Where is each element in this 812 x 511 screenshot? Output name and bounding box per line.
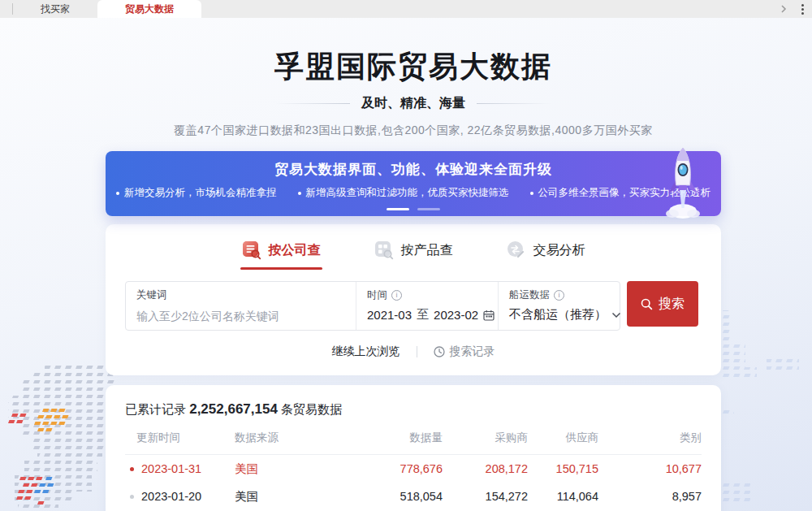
table-row[interactable]: 2023-01-20 美国 518,054 154,272 114,064 8,… xyxy=(125,483,702,510)
col-header-volume: 数据量 xyxy=(332,431,443,445)
time-range-field[interactable]: 时间 i 2021-03 至 2023-02 xyxy=(356,282,498,330)
bullet-dot-icon xyxy=(530,192,533,195)
page-background: 孚盟国际贸易大数据 及时、精准、海量 覆盖47个国家进口数据和23国出口数据,包… xyxy=(0,18,812,511)
browser-tab-bar: 找买家 贸易大数据 xyxy=(0,0,812,18)
chevron-down-icon[interactable] xyxy=(611,312,621,318)
col-header-suppliers: 供应商 xyxy=(528,431,598,445)
tab-search-by-product[interactable]: 按产品查 xyxy=(373,237,455,270)
col-header-update-time: 更新时间 xyxy=(125,431,235,445)
analysis-icon xyxy=(507,240,526,260)
banner-bullet: 新增高级查询和过滤功能，优质买家快捷筛选 xyxy=(298,186,509,200)
total-records-summary: 已累计记录 2,252,667,154 条贸易数据 xyxy=(125,401,702,418)
tab-trade-analysis[interactable]: 交易分析 xyxy=(505,237,587,270)
calendar-icon[interactable] xyxy=(483,310,495,321)
col-header-data-source: 数据来源 xyxy=(235,431,332,445)
table-header-row: 更新时间 数据来源 数据量 采购商 供应商 类别 xyxy=(125,431,702,455)
shipping-data-select[interactable]: 船运数据 i 不含船运（推荐） xyxy=(498,282,620,330)
search-history-link[interactable]: 搜索记录 xyxy=(434,344,495,359)
shipping-label: 船运数据 xyxy=(509,288,550,302)
chevron-right-icon[interactable] xyxy=(780,4,787,14)
product-search-icon xyxy=(374,240,394,260)
more-menu-icon[interactable] xyxy=(800,2,806,16)
time-to[interactable]: 2023-02 xyxy=(434,308,478,322)
keyword-input[interactable] xyxy=(136,310,345,323)
search-form: 关键词 时间 i 2021-03 至 2023-02 xyxy=(125,281,702,331)
tab-label: 交易分析 xyxy=(533,242,585,259)
banner-title: 贸易大数据界面、功能、体验迎来全面升级 xyxy=(106,151,721,179)
carousel-indicator-2[interactable] xyxy=(417,208,440,210)
upgrade-banner[interactable]: 贸易大数据界面、功能、体验迎来全面升级 新增交易分析，市场机会精准拿捏 新增高级… xyxy=(106,151,721,216)
subtitle-line-right xyxy=(477,103,551,104)
active-tab-underline xyxy=(240,267,322,270)
keyword-field[interactable]: 关键词 xyxy=(126,282,356,330)
banner-bullet: 新增交易分析，市场机会精准拿捏 xyxy=(116,186,277,200)
bullet-dot-icon xyxy=(116,192,119,195)
carousel-indicator-1[interactable] xyxy=(387,208,409,210)
tab-find-buyers[interactable]: 找买家 xyxy=(13,0,97,18)
tab-trade-big-data[interactable]: 贸易大数据 xyxy=(97,0,201,18)
time-label: 时间 xyxy=(367,288,387,302)
row-bullet-icon xyxy=(130,467,134,471)
trade-data-stats-panel: 已累计记录 2,252,667,154 条贸易数据 更新时间 数据来源 数据量 … xyxy=(106,385,721,511)
total-records-count: 2,252,667,154 xyxy=(189,401,278,417)
keyword-label: 关键词 xyxy=(136,288,345,302)
rocket-illustration xyxy=(659,143,706,221)
page-subtitle: 及时、精准、海量 xyxy=(361,95,465,112)
company-search-icon xyxy=(242,240,261,260)
info-icon[interactable]: i xyxy=(391,290,402,301)
time-from[interactable]: 2021-03 xyxy=(367,308,412,322)
world-map-dots-right xyxy=(721,262,812,505)
search-panel: 按公司查 xyxy=(106,224,721,375)
row-bullet-icon xyxy=(130,495,134,499)
table-row[interactable]: 2023-01-31 美国 778,676 208,172 150,715 10… xyxy=(125,455,702,483)
tab-label: 按公司查 xyxy=(269,242,321,259)
col-header-categories: 类别 xyxy=(598,431,702,445)
data-source-table: 更新时间 数据来源 数据量 采购商 供应商 类别 2023-01-31 美国 7… xyxy=(125,431,702,511)
time-separator: 至 xyxy=(417,307,429,323)
bullet-dot-icon xyxy=(298,192,301,195)
coverage-description: 覆盖47个国家进口数据和23国出口数据,包含200个国家, 22亿条贸易数据,4… xyxy=(106,123,721,138)
hero-section: 孚盟国际贸易大数据 及时、精准、海量 覆盖47个国家进口数据和23国出口数据,包… xyxy=(106,18,721,138)
page-title: 孚盟国际贸易大数据 xyxy=(106,47,721,87)
info-icon[interactable]: i xyxy=(554,290,564,301)
tab-label: 按产品查 xyxy=(401,242,453,259)
search-button-label: 搜索 xyxy=(659,296,685,313)
clock-icon xyxy=(434,346,445,357)
search-mode-tabs: 按公司查 xyxy=(125,237,702,270)
magnifier-icon xyxy=(641,298,653,310)
links-divider xyxy=(417,346,417,357)
tab-search-by-company[interactable]: 按公司查 xyxy=(240,237,322,270)
continue-last-browse-link[interactable]: 继续上次浏览 xyxy=(332,344,400,359)
subtitle-line-left xyxy=(275,103,350,104)
col-header-buyers: 采购商 xyxy=(443,431,528,445)
search-button[interactable]: 搜索 xyxy=(627,281,698,327)
shipping-selected-value: 不含船运（推荐） xyxy=(509,307,607,323)
